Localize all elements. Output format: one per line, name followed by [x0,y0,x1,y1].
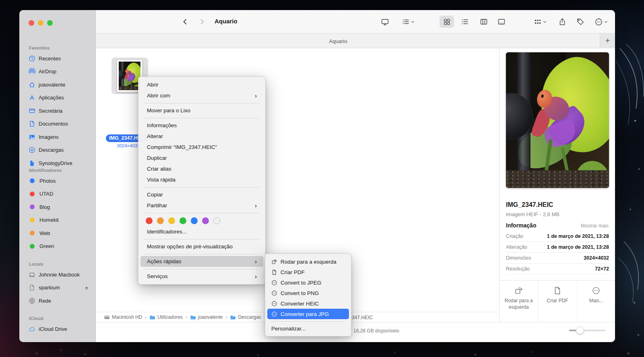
menu-separator [265,319,351,323]
tag-orange[interactable] [157,217,164,224]
sidebar-item-icloud-drive[interactable]: iCloud Drive [19,322,96,336]
menu-item-mover-lixo[interactable]: Mover para o Lixo [140,105,263,116]
tag-label: Photos [39,178,56,184]
sidebar-tag-web[interactable]: Web [19,227,96,240]
sidebar-section-icloud: iCloud iCloud Drive [19,316,96,336]
view-columns-button[interactable] [477,16,491,28]
menu-item-comprimir[interactable]: Comprimir “IMG_2347.HEIC” [140,142,263,153]
menu-item-label: Duplicar [147,155,167,161]
ellipsis-circle-icon [271,311,277,317]
maximize-button[interactable] [47,20,53,26]
submenu-item-converter-jpg[interactable]: Converter para JPG [267,309,349,319]
back-button[interactable] [178,16,192,28]
icon-size-slider[interactable] [569,330,605,331]
pdf-file-icon [553,286,562,295]
sidebar-item-label: Johnnie Macbook [39,272,80,278]
menu-item-label: Copiar [147,192,163,198]
minimize-button[interactable] [38,20,43,26]
globe-icon [29,297,35,304]
tag-icon[interactable] [573,16,588,28]
view-gallery-button[interactable] [494,16,509,28]
menu-item-label: Partilhar [147,202,167,208]
menu-item-informacoes[interactable]: Informações [140,120,263,131]
sidebar-item-secretaria[interactable]: Secretária [19,104,96,118]
menu-item-alterar[interactable]: Alterar [140,131,263,142]
menu-item-duplicar[interactable]: Duplicar [140,153,263,163]
view-list-button[interactable] [458,16,472,28]
path-segment-label: joaovalente [198,314,223,320]
sidebar-section-locais: Locais Johnnie Macbook sparkium Rede [19,262,96,307]
path-segment-joaovalente[interactable]: joaovalente [190,314,223,320]
menu-item-vista-rapida[interactable]: Vista rápida [140,174,263,185]
menu-item-criar-alias[interactable]: Criar alias [140,163,263,174]
menu-item-label: Abrir [147,82,159,88]
sidebar-item-imagens[interactable]: Imagens [19,130,96,144]
sidebar-item-rede[interactable]: Rede [19,294,96,307]
menu-item-partilhar[interactable]: Partilhar› [140,200,263,211]
sidebar-tag-photos[interactable]: Photos [19,174,96,188]
forward-button[interactable] [195,16,209,28]
slider-knob[interactable] [576,326,584,334]
submenu-item-label: Personalizar... [271,326,306,332]
sidebar-item-sparkium[interactable]: sparkium [19,281,96,295]
sidebar-item-airdrop[interactable]: AirDrop [19,65,96,78]
group-by-button[interactable] [530,16,550,28]
path-segment-utilizadores[interactable]: Utilizadores [149,314,183,320]
submenu-item-convert-jpeg[interactable]: Convert to JPEG [267,277,349,288]
info-value: 1 de março de 2021, 13:28 [547,233,609,239]
menu-item-identificadores[interactable]: Identificadores... [140,226,263,237]
view-grid-button[interactable] [440,16,454,28]
submenu-item-criar-pdf[interactable]: Criar PDF [267,267,349,277]
sidebar-item-label: Aplicações [39,95,64,101]
more-action[interactable]: Mais... [577,281,615,322]
tag-red[interactable] [146,217,153,224]
eject-icon[interactable] [84,285,89,291]
menu-item-servicos[interactable]: Serviços› [140,271,263,282]
sidebar-item-documentos[interactable]: Documentos [19,118,96,131]
menu-item-label: Mover para o Lixo [147,107,190,113]
drive-file-icon [29,160,35,167]
tag-none[interactable] [213,217,220,224]
sidebar-tag-utad[interactable]: UTAD [19,188,96,201]
display-icon[interactable] [378,16,392,28]
share-icon[interactable] [555,16,570,28]
view-options-button[interactable] [398,16,418,28]
action-label: Criar PDF [540,298,575,304]
new-tab-button[interactable]: + [600,33,615,48]
menu-separator [138,116,265,120]
menu-item-abrir-com[interactable]: Abrir com› [140,90,263,101]
sidebar-item-johnnie-macbook[interactable]: Johnnie Macbook [19,268,96,281]
download-icon [29,147,35,153]
sidebar-tag-homekit[interactable]: Homekit [19,214,96,227]
menu-item-acoes-rapidas[interactable]: Ações rápidas› [140,256,263,267]
tag-green[interactable] [180,217,186,224]
tag-yellow[interactable] [168,217,175,224]
sidebar-tag-blog[interactable]: Blog [19,200,96,214]
path-segment-macintosh-hd[interactable]: Macintosh HD [104,314,142,320]
more-actions-button[interactable] [591,16,611,28]
path-segment-descargas[interactable]: Descargas [230,314,261,320]
preview-file-name: IMG_2347.HEIC [506,201,553,208]
submenu-item-rodar-esquerda[interactable]: Rodar para a esquerda [267,256,349,267]
submenu-item-converter-heic[interactable]: Converter HEIC [267,298,349,309]
info-row-dimensoes: Dimensões3024×4032 [506,253,609,264]
show-more-link[interactable]: Mostrar mais [581,223,609,229]
menu-item-mostrar-opcoes[interactable]: Mostrar opções de pré-visualização [140,241,263,252]
create-pdf-action[interactable]: Criar PDF [538,281,576,322]
sidebar-item-home[interactable]: joaovalente [19,78,96,91]
menu-item-copiar[interactable]: Copiar [140,189,263,200]
sidebar-item-recentes[interactable]: Recentes [19,52,96,65]
quick-actions: Rodar para a esquerda Criar PDF Mais... [500,281,615,322]
submenu-item-label: Convert to PNG [281,290,319,296]
sidebar-tag-green[interactable]: Green [19,240,96,253]
sidebar-item-aplicacoes[interactable]: Aplicações [19,91,96,105]
submenu-item-personalizar[interactable]: Personalizar... [267,323,349,334]
close-button[interactable] [29,20,34,26]
rotate-left-action[interactable]: Rodar para a esquerda [500,281,538,322]
tab-aquario[interactable]: Aquario [96,33,580,49]
submenu-item-convert-png[interactable]: Convert to PNG [267,288,349,298]
tag-purple[interactable] [202,217,209,224]
menu-item-abrir[interactable]: Abrir [140,79,263,90]
tag-blue[interactable] [191,217,198,224]
sidebar-item-descargas[interactable]: Descargas [19,144,96,157]
